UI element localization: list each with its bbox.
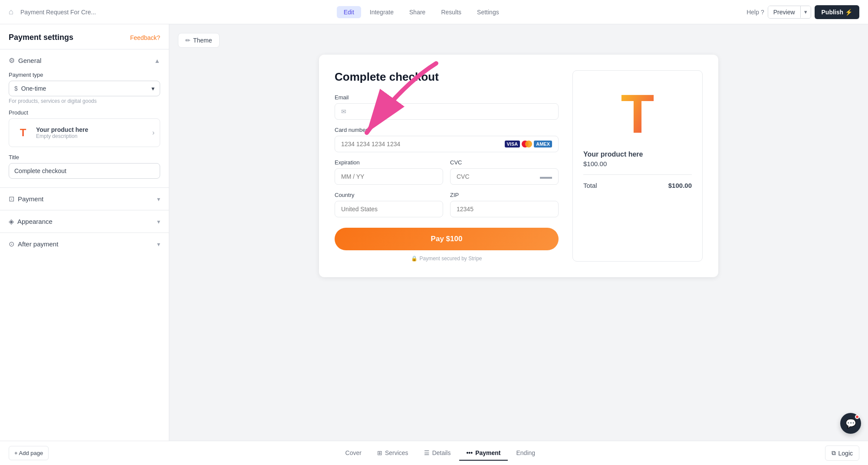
page-title: Payment Request For Cre...: [20, 9, 96, 16]
product-card[interactable]: T Your product here Empty description ›: [9, 118, 160, 147]
preview-dropdown-button[interactable]: ▾: [800, 6, 811, 18]
tab-share[interactable]: Share: [402, 6, 432, 18]
after-payment-label: After payment: [18, 240, 58, 248]
title-input[interactable]: [9, 163, 160, 179]
after-payment-section: ⊙ After payment ▾: [0, 232, 169, 255]
email-group: Email ✉: [335, 94, 559, 120]
pay-button[interactable]: Pay $100: [335, 228, 559, 250]
zip-text-input[interactable]: [457, 206, 552, 213]
theme-button[interactable]: ✏ Theme: [178, 33, 220, 48]
center-content: ✏ Theme Complete checkout Email: [169, 24, 868, 441]
amex-icon: AMEX: [534, 141, 552, 147]
tab-ending[interactable]: Ending: [510, 446, 542, 461]
tab-integrate[interactable]: Integrate: [363, 6, 401, 18]
total-amount: $100.00: [668, 182, 692, 189]
pencil-icon: ✏: [185, 37, 191, 44]
after-payment-icon: ⊙: [9, 240, 14, 248]
product-field-label: Product: [9, 109, 160, 116]
top-nav: ⌂ Payment Request For Cre... Edit Integr…: [0, 0, 868, 24]
preview-split-button: Preview ▾: [768, 6, 811, 19]
visa-icon: VISA: [505, 141, 520, 147]
chat-bubble[interactable]: 💬: [840, 413, 861, 434]
dollar-icon: $: [14, 85, 18, 92]
after-payment-chevron-icon: ▾: [157, 241, 160, 248]
payment-dot-icon: •••: [466, 449, 473, 456]
cvc-label: CVC: [450, 159, 559, 166]
appearance-section-header[interactable]: ◈ Appearance ▾: [0, 210, 169, 232]
feedback-link[interactable]: Feedback?: [130, 34, 160, 41]
theme-label: Theme: [193, 37, 212, 44]
summary-total-row: Total $100.00: [583, 182, 692, 189]
card-number-input[interactable]: VISA AMEX: [335, 136, 559, 152]
publish-button[interactable]: Publish ⚡: [815, 5, 859, 19]
card-number-label: Card number: [335, 127, 559, 133]
help-button[interactable]: Help ?: [746, 9, 764, 16]
general-chevron-icon: ▲: [154, 57, 160, 64]
product-name: Your product here: [36, 126, 148, 133]
add-page-button[interactable]: + Add page: [9, 446, 49, 460]
cvc-group: CVC ▬▬: [450, 159, 559, 185]
general-icon: ⚙: [9, 56, 15, 65]
general-label: General: [18, 57, 41, 64]
country-label: Country: [335, 192, 443, 198]
payment-type-label: Payment type: [9, 72, 160, 78]
logic-button[interactable]: ⧉ Logic: [825, 445, 859, 461]
tab-payment[interactable]: ••• Payment: [459, 446, 507, 461]
payment-label: Payment: [18, 195, 43, 203]
product-big-t-icon: T: [607, 81, 668, 142]
tab-edit[interactable]: Edit: [337, 6, 361, 18]
expiration-group: Expiration: [335, 159, 443, 185]
home-icon[interactable]: ⌂: [9, 7, 13, 16]
bottom-right: ⧉ Logic: [825, 445, 859, 461]
bottom-bar: + Add page Cover ⊞ Services ☰ Details ••…: [0, 441, 868, 465]
chat-notification-dot: [855, 415, 859, 419]
country-group: Country: [335, 192, 443, 217]
lock-icon: 🔒: [411, 255, 418, 262]
chat-icon: 💬: [845, 418, 856, 429]
tab-details[interactable]: ☰ Details: [417, 446, 458, 461]
payment-icon: ⊡: [9, 195, 14, 203]
summary-product-price: $100.00: [583, 160, 692, 167]
cvc-text-input[interactable]: [457, 173, 536, 180]
appearance-section: ◈ Appearance ▾: [0, 210, 169, 232]
sidebar: Payment settings Feedback? ⚙ General ▲ P…: [0, 24, 169, 441]
after-payment-section-header[interactable]: ⊙ After payment ▾: [0, 233, 169, 255]
payment-type-desc: For products, services or digital goods: [9, 98, 160, 104]
help-circle-icon: ?: [761, 9, 764, 16]
secure-label: Payment secured by Stripe: [419, 255, 482, 262]
mastercard-icon: [522, 141, 532, 147]
cvc-input[interactable]: ▬▬: [450, 168, 559, 185]
svg-text:T: T: [621, 83, 654, 142]
tab-services[interactable]: ⊞ Services: [370, 446, 415, 461]
zip-input[interactable]: [450, 201, 559, 217]
tab-cover[interactable]: Cover: [339, 446, 368, 461]
expiration-input[interactable]: [335, 168, 443, 185]
summary-divider: [583, 174, 692, 175]
appearance-icon: ◈: [9, 217, 14, 226]
checkout-form: Complete checkout Email ✉ Card number VI…: [335, 70, 559, 262]
email-input[interactable]: ✉: [335, 103, 559, 120]
country-text-input[interactable]: [341, 206, 437, 213]
general-section-header[interactable]: ⚙ General ▲: [0, 49, 169, 72]
expiration-text-input[interactable]: [341, 173, 437, 180]
tab-results[interactable]: Results: [434, 6, 468, 18]
email-text-input[interactable]: [350, 108, 552, 115]
sidebar-title: Payment settings: [9, 33, 73, 42]
product-t-icon: T: [14, 124, 32, 141]
zip-group: ZIP: [450, 192, 559, 217]
details-icon: ☰: [424, 449, 430, 456]
cvc-card-icon: ▬▬: [540, 173, 552, 180]
country-input[interactable]: [335, 201, 443, 217]
tab-settings[interactable]: Settings: [470, 6, 506, 18]
envelope-icon: ✉: [341, 108, 346, 115]
title-field-label: Title: [9, 154, 160, 160]
preview-main-button[interactable]: Preview: [768, 6, 800, 18]
checkout-card: Complete checkout Email ✉ Card number VI…: [319, 55, 718, 277]
appearance-label: Appearance: [17, 218, 53, 225]
payment-type-select[interactable]: $ One-time ▾: [9, 81, 160, 96]
product-desc: Empty description: [36, 133, 148, 139]
expiration-label: Expiration: [335, 159, 443, 166]
card-number-text-input[interactable]: [341, 141, 501, 147]
payment-type-value: One-time: [21, 85, 46, 92]
payment-section-header[interactable]: ⊡ Payment ▾: [0, 188, 169, 210]
